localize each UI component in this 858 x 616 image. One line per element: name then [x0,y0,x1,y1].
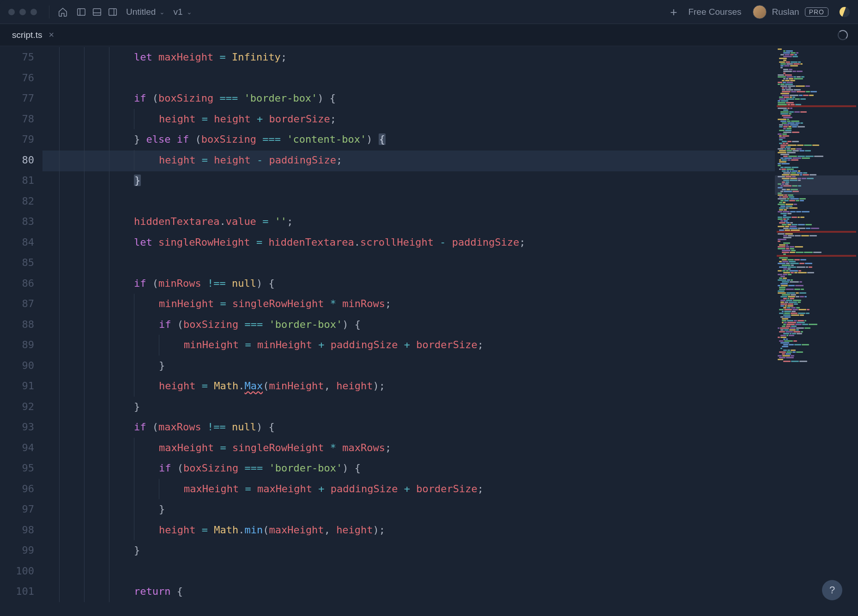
close-icon[interactable]: × [48,30,54,40]
line-number: 85 [0,253,34,273]
user-menu[interactable]: Ruslan PRO [753,5,829,19]
code-line: if (boxSizing === 'border-box') { [42,314,775,335]
theme-toggle-icon[interactable] [840,7,850,17]
code-line: height = height + borderSize; [42,109,775,130]
free-courses-link[interactable]: Free Courses [688,7,741,17]
line-number: 78 [0,109,34,130]
code-line: height = Math.min(maxHeight, height); [42,520,775,541]
titlebar-right: + Free Courses Ruslan PRO [670,5,850,19]
code-line: return { [42,581,775,602]
tab-label: script.ts [12,30,42,40]
maximize-window-icon[interactable] [30,9,37,15]
line-number: 87 [0,294,34,314]
window-controls [8,9,37,15]
code-line: } [42,356,775,376]
code-line [42,68,775,89]
code-line: } [42,540,775,561]
avatar [753,5,767,19]
svg-rect-2 [93,8,101,15]
pro-badge: PRO [805,7,828,17]
minimize-window-icon[interactable] [19,9,26,15]
code-line [42,561,775,582]
project-dropdown[interactable]: Untitled ⌄ [126,7,165,17]
line-number: 95 [0,458,34,479]
minimap[interactable] [775,46,858,616]
code-line: } [42,170,775,191]
chevron-down-icon: ⌄ [187,8,192,16]
line-number: 81 [0,170,34,191]
line-number: 89 [0,335,34,356]
minimap-viewport[interactable] [775,175,858,195]
line-number-gutter: 7576777879808182838485868788899091929394… [0,46,42,616]
project-name-label: Untitled [126,7,156,17]
line-number: 83 [0,211,34,232]
close-window-icon[interactable] [8,9,15,15]
code-line: maxHeight = singleRowHeight * maxRows; [42,438,775,459]
code-line: if (minRows !== null) { [42,273,775,294]
line-number: 82 [0,191,34,212]
new-button[interactable]: + [670,6,677,18]
version-label: v1 [173,7,182,17]
svg-rect-4 [109,8,117,15]
layout-bottom-panel-icon[interactable] [92,7,102,17]
line-number: 98 [0,520,34,541]
code-content: let maxHeight = Infinity; if (boxSizing … [42,46,775,602]
code-line: if (maxRows !== null) { [42,417,775,438]
version-dropdown[interactable]: v1 ⌄ [173,7,192,17]
line-number: 100 [0,561,34,582]
line-number: 101 [0,581,34,602]
line-number: 80 [0,150,34,171]
code-line: height = height - paddingSize; [42,150,775,171]
tab-bar: script.ts × [0,24,858,46]
line-number: 94 [0,438,34,459]
username-label: Ruslan [772,7,799,17]
layout-sidebar-right-icon[interactable] [108,7,118,17]
loading-spinner-icon [838,30,848,40]
svg-rect-0 [78,8,85,15]
line-number: 75 [0,47,34,68]
code-line: } [42,397,775,417]
code-line: let singleRowHeight = hiddenTextarea.scr… [42,232,775,253]
code-line [42,191,775,212]
code-line [42,253,775,273]
line-number: 79 [0,129,34,150]
home-icon[interactable] [58,7,68,17]
help-label: ? [829,584,835,596]
code-line: minHeight = minHeight + paddingSize + bo… [42,335,775,356]
code-line: hiddenTextarea.value = ''; [42,211,775,232]
code-line: maxHeight = maxHeight + paddingSize + bo… [42,479,775,500]
code-line: } [42,499,775,520]
chevron-down-icon: ⌄ [159,8,165,16]
code-line: if (boxSizing === 'border-box') { [42,88,775,109]
tab-script-ts[interactable]: script.ts × [4,24,62,46]
line-number: 99 [0,540,34,561]
line-number: 93 [0,417,34,438]
line-number: 84 [0,232,34,253]
code-line: } else if (boxSizing === 'content-box') … [42,129,775,150]
line-number: 90 [0,356,34,376]
code-line: if (boxSizing === 'border-box') { [42,458,775,479]
layout-sidebar-left-icon[interactable] [76,7,86,17]
code-line: height = Math.Max(minHeight, height); [42,376,775,397]
app-window: Untitled ⌄ v1 ⌄ + Free Courses Ruslan PR… [0,0,858,616]
line-number: 77 [0,88,34,109]
line-number: 97 [0,499,34,520]
line-number: 86 [0,273,34,294]
line-number: 76 [0,68,34,89]
layout-toggles [76,7,118,17]
line-number: 92 [0,397,34,417]
code-viewport[interactable]: let maxHeight = Infinity; if (boxSizing … [42,46,775,616]
help-button[interactable]: ? [822,580,842,600]
divider [49,6,49,18]
line-number: 91 [0,376,34,397]
titlebar: Untitled ⌄ v1 ⌄ + Free Courses Ruslan PR… [0,0,858,24]
line-number: 88 [0,314,34,335]
code-line: minHeight = singleRowHeight * minRows; [42,294,775,314]
editor-area: 7576777879808182838485868788899091929394… [0,46,858,616]
code-line: let maxHeight = Infinity; [42,47,775,68]
line-number: 96 [0,479,34,500]
